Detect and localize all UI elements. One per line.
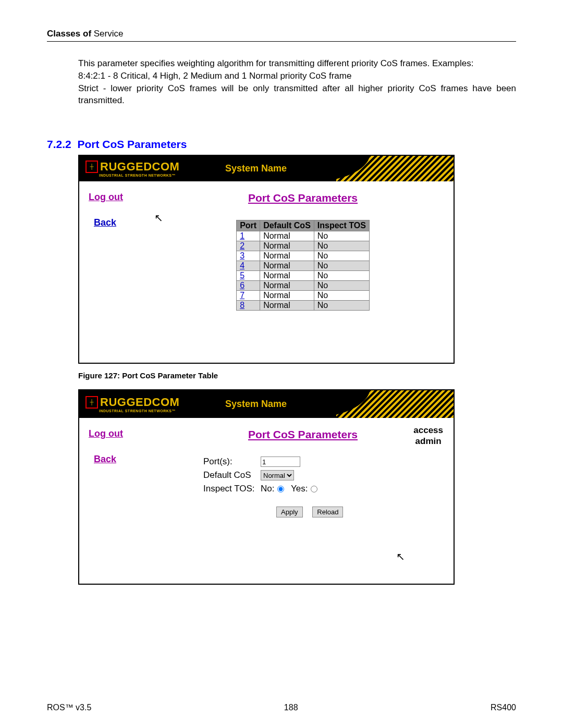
section-title: Port CoS Parameters [77, 138, 187, 150]
port-link[interactable]: 1 [240, 231, 244, 240]
row-default-cos: Default CoS Normal [203, 470, 444, 480]
apply-button[interactable]: Apply [276, 507, 303, 517]
content-area-2: Log out Back access admin Port CoS Param… [79, 418, 454, 584]
radio-yes-label: Yes: [291, 484, 308, 494]
page-footer: ROS™ v3.5 188 RS400 [47, 703, 516, 712]
back-link[interactable]: Back [94, 454, 116, 465]
col-port: Port [237, 220, 260, 231]
port-link[interactable]: 3 [240, 251, 244, 260]
table-row: 1NormalNo [237, 231, 370, 241]
col-inspect-tos: Inspect TOS [314, 220, 369, 231]
ruggedcom-logo: ┼ RUGGEDCOM INDUSTRIAL STRENGTH NETWORKS… [85, 161, 179, 177]
intro-p3: Strict - lower priority CoS frames will … [78, 82, 516, 107]
logo-icon: ┼ [85, 396, 98, 409]
footer-left: ROS™ v3.5 [47, 703, 91, 712]
logo-icon: ┼ [85, 161, 98, 173]
screenshot-port-cos-table: ┼ RUGGEDCOM INDUSTRIAL STRENGTH NETWORKS… [78, 155, 455, 364]
cell-tos: No [314, 231, 369, 241]
logout-link[interactable]: Log out [89, 192, 123, 203]
logo-tagline: INDUSTRIAL STRENGTH NETWORKS™ [99, 409, 179, 413]
main-column-1: Port CoS Parameters Port Default CoS Ins… [162, 187, 444, 353]
nav-links: Log out Back [89, 187, 162, 353]
cell-cos: Normal [260, 241, 314, 251]
panel-title-2: Port CoS Parameters [162, 428, 444, 441]
header-bold: Classes of [47, 29, 91, 39]
port-cos-table: Port Default CoS Inspect TOS 1NormalNo 2… [236, 220, 370, 311]
row-ports: Port(s): [203, 456, 444, 467]
cell-cos: Normal [260, 251, 314, 261]
table-header-row: Port Default CoS Inspect TOS [237, 220, 370, 231]
radio-no-label: No: [261, 484, 274, 494]
port-link[interactable]: 7 [240, 291, 244, 300]
cell-tos: No [314, 241, 369, 251]
table-row: 3NormalNo [237, 251, 370, 261]
port-link[interactable]: 8 [240, 301, 244, 310]
cell-tos: No [314, 261, 369, 271]
ruggedcom-logo: ┼ RUGGEDCOM INDUSTRIAL STRENGTH NETWORKS… [85, 396, 179, 413]
content-area-1: Log out Back ↖ Port CoS Parameters Port … [79, 181, 454, 363]
cell-cos: Normal [260, 301, 314, 311]
app-banner: ┼ RUGGEDCOM INDUSTRIAL STRENGTH NETWORKS… [79, 156, 454, 181]
system-name-label: System Name [225, 399, 287, 410]
cell-cos: Normal [260, 261, 314, 271]
table-row: 5NormalNo [237, 271, 370, 281]
panel-title-1: Port CoS Parameters [162, 192, 444, 204]
cursor-icon: ↖ [396, 550, 405, 563]
table-row: 7NormalNo [237, 291, 370, 301]
inspect-tos-label: Inspect TOS: [203, 484, 261, 494]
intro-p1: This parameter specifies weighting algor… [78, 57, 516, 70]
nav-links: Log out Back [89, 423, 162, 574]
port-link[interactable]: 2 [240, 241, 244, 250]
cell-cos: Normal [260, 281, 314, 291]
logo-brand: RUGGEDCOM [100, 397, 179, 408]
col-default-cos: Default CoS [260, 220, 314, 231]
cell-tos: No [314, 281, 369, 291]
banner-hatch [336, 156, 454, 181]
default-cos-select[interactable]: Normal [261, 470, 294, 480]
footer-page-number: 188 [284, 703, 298, 712]
table-row: 2NormalNo [237, 241, 370, 251]
cell-tos: No [314, 301, 369, 311]
logo-tagline: INDUSTRIAL STRENGTH NETWORKS™ [99, 174, 179, 177]
ports-input[interactable] [261, 456, 300, 467]
port-link[interactable]: 5 [240, 271, 244, 280]
system-name-label: System Name [225, 163, 287, 174]
cell-tos: No [314, 271, 369, 281]
row-inspect-tos: Inspect TOS: No: Yes: [203, 484, 444, 494]
inspect-tos-no-radio[interactable] [277, 486, 284, 492]
cell-tos: No [314, 251, 369, 261]
cell-tos: No [314, 291, 369, 301]
logout-link[interactable]: Log out [89, 428, 123, 439]
page-header: Classes of Service [47, 29, 516, 42]
cell-cos: Normal [260, 271, 314, 281]
port-link[interactable]: 6 [240, 281, 244, 290]
figure-caption: Figure 127: Port CoS Parameter Table [78, 371, 516, 380]
header-rest: Service [91, 29, 123, 39]
footer-right: RS400 [491, 703, 516, 712]
table-row: 8NormalNo [237, 301, 370, 311]
inspect-tos-yes-radio[interactable] [311, 486, 317, 492]
intro-p2: 8:4:2:1 - 8 Critical, 4 High, 2 Medium a… [78, 70, 516, 82]
port-cos-form: Port(s): Default CoS Normal Inspect TOS:… [203, 456, 444, 517]
app-banner: ┼ RUGGEDCOM INDUSTRIAL STRENGTH NETWORKS… [79, 390, 454, 418]
intro-text: This parameter specifies weighting algor… [78, 57, 516, 107]
section-number: 7.2.2 [47, 138, 71, 150]
screenshot-port-cos-form: ┼ RUGGEDCOM INDUSTRIAL STRENGTH NETWORKS… [78, 389, 455, 585]
table-row: 6NormalNo [237, 281, 370, 291]
cell-cos: Normal [260, 231, 314, 241]
default-cos-label: Default CoS [203, 470, 261, 480]
table-row: 4NormalNo [237, 261, 370, 271]
button-row: Apply Reload [276, 507, 444, 517]
port-link[interactable]: 4 [240, 261, 244, 270]
logo-brand: RUGGEDCOM [100, 161, 179, 172]
ports-label: Port(s): [203, 456, 261, 467]
cell-cos: Normal [260, 291, 314, 301]
reload-button[interactable]: Reload [312, 507, 343, 517]
banner-hatch [336, 390, 454, 418]
main-column-2: Port CoS Parameters Port(s): Default CoS… [162, 423, 444, 574]
section-heading: 7.2.2 Port CoS Parameters [47, 138, 516, 151]
back-link[interactable]: Back [94, 217, 116, 228]
